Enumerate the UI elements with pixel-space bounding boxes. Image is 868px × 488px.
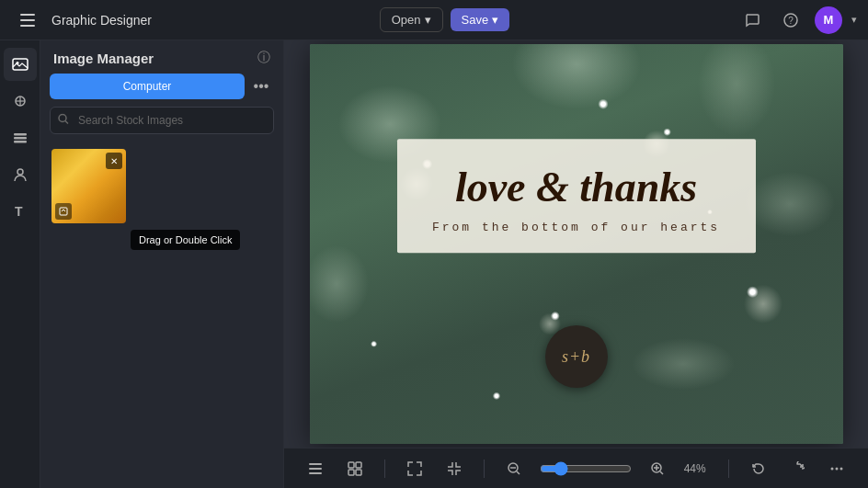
bottom-toolbar: 44%	[284, 448, 868, 488]
help-button[interactable]: ?	[776, 6, 805, 35]
shrink-icon	[446, 460, 463, 477]
zoom-slider-container	[540, 461, 632, 476]
svg-rect-9	[14, 141, 27, 143]
card-title: love & thanks	[425, 165, 728, 212]
svg-line-28	[660, 471, 663, 474]
elements-icon	[12, 93, 29, 109]
sidebar-people-button[interactable]	[4, 158, 37, 191]
card-overlay: love & thanks From the bottom of our hea…	[397, 140, 756, 254]
svg-rect-16	[309, 468, 322, 470]
more-options-button[interactable]	[824, 454, 850, 483]
panel-images: ✕ Drag or Double Click	[40, 143, 283, 488]
redo-icon	[790, 461, 805, 476]
avatar[interactable]: M	[815, 6, 842, 34]
svg-rect-20	[348, 470, 354, 475]
hamburger-icon	[15, 7, 40, 33]
save-label: Save	[462, 13, 489, 27]
redo-button[interactable]	[784, 454, 810, 483]
design-canvas: love & thanks From the bottom of our hea…	[310, 44, 843, 444]
main-area: T Image Manager ⓘ Computer •••	[0, 40, 868, 488]
sidebar-elements-button[interactable]	[4, 85, 37, 118]
panel: Image Manager ⓘ Computer •••	[40, 40, 284, 488]
undo-button[interactable]	[746, 454, 771, 483]
topbar-right: ? M ▾	[737, 6, 857, 35]
svg-rect-18	[348, 462, 354, 468]
svg-rect-8	[14, 137, 27, 140]
more-options-icon	[829, 461, 844, 476]
topbar: Graphic Designer Open ▾ Save ▾ ? M ▾	[0, 0, 868, 40]
svg-rect-17	[309, 472, 322, 474]
save-button[interactable]: Save ▾	[451, 8, 510, 31]
undo-icon	[751, 461, 766, 476]
open-label: Open	[392, 13, 421, 27]
search-input[interactable]	[50, 107, 274, 134]
svg-point-10	[17, 169, 23, 175]
panel-search	[50, 107, 274, 134]
svg-point-30	[835, 467, 838, 470]
zoom-out-icon	[507, 461, 521, 476]
text-icon: T	[12, 203, 29, 220]
toolbar-divider-1	[384, 460, 385, 478]
layers-toggle-icon	[307, 460, 324, 477]
monogram: s+b	[545, 325, 608, 388]
svg-point-31	[839, 467, 842, 470]
thumb-bottom-icons	[55, 203, 122, 220]
toolbar-divider-3	[728, 460, 729, 478]
image-thumb-wrapper: ✕ Drag or Double Click	[50, 147, 128, 225]
image-thumbnail[interactable]: ✕	[50, 147, 128, 225]
icon-sidebar: T	[0, 40, 40, 488]
help-icon: ?	[783, 13, 798, 28]
canvas-area: love & thanks From the bottom of our hea…	[284, 40, 868, 488]
card-subtitle: From the bottom of our hearts	[425, 221, 728, 234]
expand-button[interactable]	[402, 454, 428, 483]
topbar-left: Graphic Designer	[11, 4, 152, 37]
expand-icon	[406, 460, 423, 477]
panel-title: Image Manager	[53, 51, 154, 66]
comment-button[interactable]	[737, 6, 767, 35]
svg-point-29	[830, 467, 833, 470]
open-chevron: ▾	[425, 13, 431, 27]
svg-rect-7	[14, 133, 27, 136]
comment-icon	[745, 13, 760, 28]
panel-tabs: Computer •••	[40, 74, 283, 107]
thumb-replace-icon[interactable]	[55, 203, 72, 220]
tooltip: Drag or Double Click	[131, 230, 240, 250]
app-title: Graphic Designer	[51, 13, 152, 28]
svg-text:T: T	[15, 204, 23, 219]
avatar-chevron[interactable]: ▾	[851, 14, 857, 26]
svg-rect-19	[356, 462, 361, 468]
svg-line-24	[517, 471, 520, 474]
hamburger-button[interactable]	[11, 4, 44, 37]
save-chevron: ▾	[492, 13, 498, 27]
topbar-center: Open ▾ Save ▾	[380, 7, 509, 32]
svg-text:?: ?	[788, 16, 794, 26]
panel-header: Image Manager ⓘ	[40, 40, 283, 74]
grid-icon	[347, 460, 363, 477]
layers-icon	[12, 130, 29, 146]
thumb-remove-button[interactable]: ✕	[106, 153, 122, 169]
zoom-in-button[interactable]	[645, 454, 670, 483]
canvas-viewport[interactable]: love & thanks From the bottom of our hea…	[284, 40, 868, 448]
tab-computer[interactable]: Computer	[50, 74, 245, 99]
sidebar-images-button[interactable]	[4, 48, 37, 81]
tab-more-button[interactable]: •••	[248, 74, 274, 99]
svg-rect-21	[356, 470, 361, 475]
people-icon	[12, 166, 29, 183]
grid-toggle-button[interactable]	[341, 454, 367, 483]
svg-rect-14	[60, 208, 67, 215]
sidebar-text-button[interactable]: T	[4, 195, 37, 228]
svg-rect-15	[309, 463, 322, 465]
zoom-in-icon	[650, 461, 665, 476]
zoom-out-button[interactable]	[501, 454, 527, 483]
shrink-button[interactable]	[440, 454, 466, 483]
open-button[interactable]: Open ▾	[380, 7, 443, 32]
layers-toggle-button[interactable]	[303, 454, 328, 483]
zoom-percentage: 44%	[684, 462, 712, 475]
zoom-slider[interactable]	[540, 461, 632, 476]
images-icon	[12, 56, 29, 73]
sidebar-layers-button[interactable]	[4, 121, 37, 154]
info-icon[interactable]: ⓘ	[257, 50, 270, 66]
toolbar-divider-2	[484, 460, 485, 478]
